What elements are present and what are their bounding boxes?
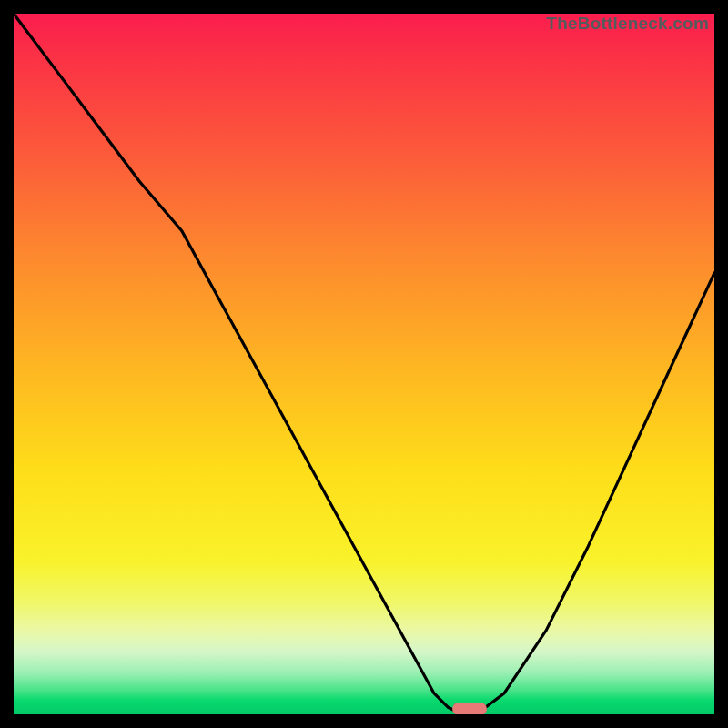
chart-frame: TheBottleneck.com — [0, 0, 728, 728]
plot-area: TheBottleneck.com — [14, 14, 714, 714]
bottleneck-curve — [14, 14, 714, 714]
optimal-marker — [452, 703, 487, 714]
